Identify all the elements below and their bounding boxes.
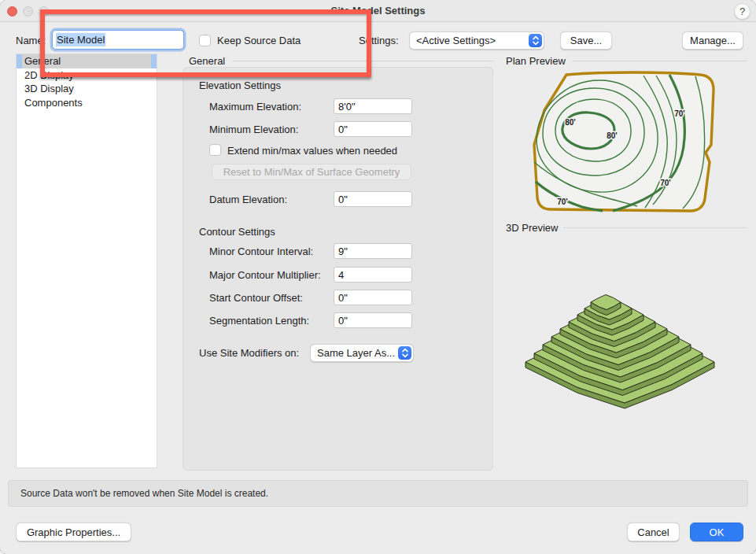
name-label: Name:	[16, 35, 46, 46]
minor-contour-interval-field[interactable]	[334, 243, 412, 259]
contour-label: 70'	[660, 179, 671, 187]
extend-minmax-label: Extend min/max values when needed	[227, 145, 397, 157]
major-contour-multiplier-field[interactable]	[334, 267, 412, 283]
settings-popup-value: <Active Settings>	[410, 35, 529, 46]
name-input-selected-text: Site Model	[56, 33, 105, 46]
minimum-elevation-label: Minimum Elevation:	[209, 124, 298, 135]
site-model-settings-dialog: Site Model Settings ? Name: Site Model K…	[0, 0, 756, 554]
category-list: General 2D Display 3D Display Components	[16, 54, 157, 468]
sidebar-item-components[interactable]: Components	[17, 96, 157, 110]
save-button[interactable]: Save...	[560, 31, 612, 50]
general-panel: Elevation Settings Maximum Elevation: Mi…	[183, 67, 493, 471]
settings-popup[interactable]: <Active Settings>	[409, 31, 544, 50]
datum-elevation-field[interactable]	[334, 191, 412, 207]
status-bar: Source Data won't be removed when Site M…	[8, 480, 748, 507]
maximum-elevation-label: Maximum Elevation:	[209, 101, 301, 113]
maximum-elevation-field[interactable]	[334, 98, 412, 114]
terrain-model	[526, 295, 714, 409]
plan-preview-divider	[572, 61, 747, 61]
keep-source-data-label: Keep Source Data	[217, 35, 301, 46]
pane-header: General	[189, 55, 225, 67]
graphic-properties-button[interactable]: Graphic Properties...	[16, 523, 131, 541]
sidebar-item-general[interactable]: General	[17, 54, 157, 68]
segmentation-length-label: Segmentation Length:	[209, 315, 309, 327]
three-d-preview-heading: 3D Preview	[506, 222, 558, 234]
keep-source-data-checkbox[interactable]	[199, 35, 211, 46]
status-text: Source Data won't be removed when Site M…	[20, 488, 268, 499]
major-contour-multiplier-label: Major Contour Multiplier:	[209, 269, 321, 281]
segmentation-length-field[interactable]	[334, 312, 412, 328]
elevation-settings-heading: Elevation Settings	[199, 79, 281, 91]
contour-label: 70'	[557, 198, 568, 206]
pane-header-divider	[232, 61, 493, 61]
help-button[interactable]: ?	[734, 3, 750, 20]
use-site-modifiers-label: Use Site Modifiers on:	[199, 347, 299, 359]
popup-chevrons-icon	[398, 346, 411, 360]
settings-label: Settings:	[359, 35, 399, 46]
three-d-preview-divider	[563, 227, 747, 228]
3d-preview-svg	[519, 274, 724, 425]
start-contour-offset-field[interactable]	[334, 290, 412, 305]
plan-preview-image: 80' 80' 70' 70' 70'	[526, 69, 719, 220]
datum-elevation-label: Datum Elevation:	[209, 194, 287, 205]
minimum-elevation-field[interactable]	[334, 121, 412, 137]
start-contour-offset-label: Start Contour Offset:	[209, 292, 303, 304]
name-input[interactable]: Site Model	[52, 30, 184, 50]
contour-label: 80'	[565, 118, 576, 127]
extend-minmax-checkbox[interactable]	[209, 144, 221, 156]
sidebar-item-2d-display[interactable]: 2D Display	[17, 68, 157, 83]
contour-label: 70'	[674, 109, 685, 118]
sidebar-item-3d-display[interactable]: 3D Display	[17, 82, 157, 96]
contour-settings-heading: Contour Settings	[199, 226, 275, 238]
titlebar: Site Model Settings ?	[0, 0, 756, 22]
contour-label: 80'	[607, 131, 618, 140]
cancel-button[interactable]: Cancel	[627, 523, 680, 541]
use-site-modifiers-value: Same Layer As...	[311, 347, 398, 359]
reset-minmax-button[interactable]: Reset to Min/Max of Surface Geometry	[212, 164, 411, 180]
manage-button[interactable]: Manage...	[682, 31, 743, 50]
popup-chevrons-icon	[529, 34, 542, 47]
ok-button[interactable]: OK	[690, 523, 743, 541]
minor-contour-interval-label: Minor Contour Interval:	[209, 246, 313, 257]
use-site-modifiers-popup[interactable]: Same Layer As...	[310, 344, 414, 362]
plan-preview-heading: Plan Preview	[506, 55, 566, 67]
window-title: Site Model Settings	[0, 5, 756, 17]
